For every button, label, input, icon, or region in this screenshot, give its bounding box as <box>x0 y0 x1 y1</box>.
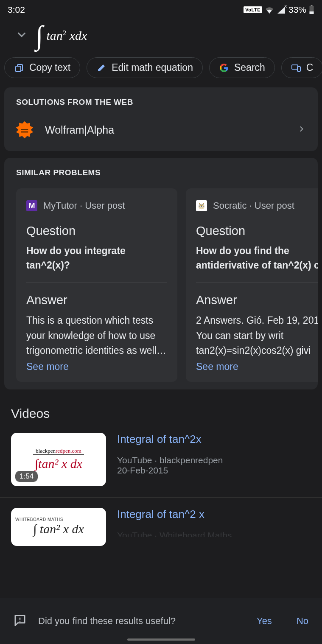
video-date: 20-Feb-2015 <box>117 465 223 476</box>
video-divider <box>0 497 322 498</box>
svg-rect-9 <box>21 132 28 133</box>
card-divider <box>26 283 167 283</box>
action-chips-row: Copy text Edit math equation Search C <box>0 50 322 86</box>
math-equation-display: ∫ tan2 xdx <box>36 25 87 46</box>
feedback-no-button[interactable]: No <box>297 616 308 627</box>
home-indicator[interactable] <box>127 638 195 641</box>
wolfram-icon <box>15 120 34 139</box>
pencil-icon <box>96 63 106 73</box>
video-duration: 1:54 <box>15 471 38 482</box>
video-title[interactable]: Integral of tan^2x <box>117 433 223 446</box>
chip-label: Copy text <box>29 62 70 73</box>
videos-heading: Videos <box>0 396 322 429</box>
see-more-link[interactable]: See more <box>196 361 318 372</box>
svg-rect-6 <box>297 67 300 71</box>
copy-text-chip[interactable]: Copy text <box>4 57 80 78</box>
video-thumbnail: blackpenredpen.com ∫tan² x dx 1:54 <box>11 433 106 486</box>
chevron-right-icon <box>297 123 306 137</box>
solutions-panel: SOLUTIONS FROM THE WEB Wolfram|Alpha <box>4 87 318 151</box>
answer-label: Answer <box>196 293 318 307</box>
search-chip[interactable]: Search <box>209 57 275 78</box>
similar-card[interactable]: Socratic · User post Question How do you… <box>186 188 318 382</box>
chip-label: Edit math equation <box>112 62 193 73</box>
video-thumbnail: WHITEBOARD MATHS ∫ tan² x dx <box>11 508 106 546</box>
card-source: M MyTutor · User post <box>26 200 167 211</box>
source-label: MyTutor · User post <box>43 200 125 211</box>
battery-icon <box>309 5 314 14</box>
svg-rect-4 <box>16 66 21 72</box>
video-meta: Integral of tan^2 x YouTube · Whiteboard… <box>117 508 232 546</box>
wolfram-left: Wolfram|Alpha <box>15 120 114 139</box>
card-source: Socratic · User post <box>196 200 318 211</box>
card-divider <box>196 283 318 283</box>
thumb-equation: ∫ tan² x dx <box>33 522 84 536</box>
status-right: VoLTE x 33% <box>244 5 314 15</box>
answer-text: 2 Answers. Gió. Feb 19, 2015. You can st… <box>196 313 318 358</box>
svg-rect-2 <box>310 11 314 14</box>
edit-equation-chip[interactable]: Edit math equation <box>87 57 203 78</box>
google-g-icon <box>219 63 229 73</box>
signal-icon: x <box>277 6 286 14</box>
wifi-icon <box>265 6 274 14</box>
svg-rect-8 <box>21 129 28 130</box>
answer-text: This is a question which tests your know… <box>26 313 167 358</box>
question-text: How do you find the antiderivative of ta… <box>196 244 318 272</box>
svg-point-13 <box>200 205 201 206</box>
wolfram-row[interactable]: Wolfram|Alpha <box>4 115 318 143</box>
see-more-link[interactable]: See more <box>26 361 167 372</box>
video-source-partial: YouTube · Whiteboard Maths <box>117 530 232 537</box>
video-item[interactable]: blackpenredpen.com ∫tan² x dx 1:54 Integ… <box>0 429 322 494</box>
video-item[interactable]: WHITEBOARD MATHS ∫ tan² x dx Integral of… <box>0 504 322 546</box>
equation-header: ∫ tan2 xdx <box>0 17 322 50</box>
answer-label: Answer <box>26 293 167 307</box>
devices-icon <box>291 63 301 73</box>
chip-label: Search <box>234 62 265 73</box>
status-bar: 3:02 VoLTE x 33% <box>0 0 322 17</box>
video-title[interactable]: Integral of tan^2 x <box>117 508 232 521</box>
source-label: Socratic · User post <box>213 200 294 211</box>
video-source: YouTube · blackpenredpen <box>117 455 223 465</box>
svg-rect-0 <box>311 5 313 6</box>
thumb-text: WHITEBOARD MATHS <box>11 517 63 522</box>
status-time: 3:02 <box>8 5 25 15</box>
copy-icon <box>14 63 24 73</box>
volte-badge: VoLTE <box>244 6 262 13</box>
feedback-bar: Did you find these results useful? Yes N… <box>0 598 322 644</box>
similar-problems-panel: SIMILAR PROBLEMS M MyTutor · User post Q… <box>4 158 318 389</box>
similar-card[interactable]: M MyTutor · User post Question How do yo… <box>16 188 177 382</box>
question-text: How do you integrate tan^2(x)? <box>26 244 167 272</box>
question-label: Question <box>196 224 318 238</box>
cards-row[interactable]: M MyTutor · User post Question How do yo… <box>4 185 318 382</box>
panel-title: SOLUTIONS FROM THE WEB <box>4 98 318 115</box>
svg-rect-5 <box>292 65 298 69</box>
chip-label: C <box>306 62 314 73</box>
socratic-icon <box>196 200 207 211</box>
feedback-yes-button[interactable]: Yes <box>257 616 272 627</box>
panel-title: SIMILAR PROBLEMS <box>4 168 318 185</box>
wolfram-label: Wolfram|Alpha <box>45 124 114 136</box>
feedback-text: Did you find these results useful? <box>38 616 232 627</box>
svg-point-14 <box>202 205 203 206</box>
mytutor-icon: M <box>26 200 37 211</box>
next-chip-partial[interactable]: C <box>281 57 322 78</box>
battery-percent: 33% <box>288 5 306 15</box>
video-meta: Integral of tan^2x YouTube · blackpenred… <box>117 433 223 486</box>
thumb-text: blackpenredpen.com <box>33 448 84 455</box>
thumb-equation: ∫tan² x dx <box>35 456 82 471</box>
svg-point-16 <box>20 621 21 622</box>
question-label: Question <box>26 224 167 238</box>
collapse-chevron-icon[interactable] <box>15 28 28 43</box>
feedback-icon <box>14 614 26 628</box>
